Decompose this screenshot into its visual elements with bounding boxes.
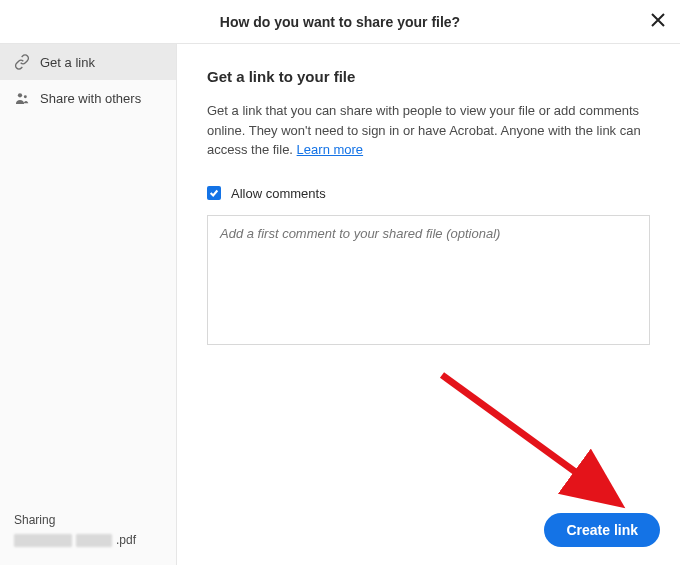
sidebar-item-label: Get a link (40, 55, 95, 70)
svg-point-1 (24, 95, 27, 98)
blurred-text (76, 534, 112, 547)
checkmark-icon (209, 184, 219, 202)
close-icon (651, 13, 665, 31)
annotation-arrow-icon (422, 365, 652, 525)
learn-more-link[interactable]: Learn more (297, 142, 363, 157)
description-text: Get a link that you can share with peopl… (207, 103, 641, 157)
sharing-label: Sharing (14, 513, 162, 527)
create-link-button[interactable]: Create link (544, 513, 660, 547)
page-title: How do you want to share your file? (220, 14, 460, 30)
comment-input[interactable] (207, 215, 650, 345)
sharing-filename: .pdf (14, 533, 162, 547)
allow-comments-label: Allow comments (231, 186, 326, 201)
section-heading: Get a link to your file (207, 68, 650, 85)
svg-point-0 (18, 93, 22, 97)
close-button[interactable] (646, 10, 670, 34)
allow-comments-checkbox[interactable] (207, 186, 221, 200)
blurred-text (14, 534, 72, 547)
svg-line-2 (442, 375, 614, 500)
share-others-icon (14, 90, 30, 106)
link-icon (14, 54, 30, 70)
sidebar: Get a link Share with others Sharing (0, 44, 177, 565)
sidebar-item-get-link[interactable]: Get a link (0, 44, 176, 80)
file-extension: .pdf (116, 533, 136, 547)
main-panel: Get a link to your file Get a link that … (177, 44, 680, 565)
sidebar-item-label: Share with others (40, 91, 141, 106)
section-description: Get a link that you can share with peopl… (207, 101, 647, 160)
sidebar-item-share-others[interactable]: Share with others (0, 80, 176, 116)
